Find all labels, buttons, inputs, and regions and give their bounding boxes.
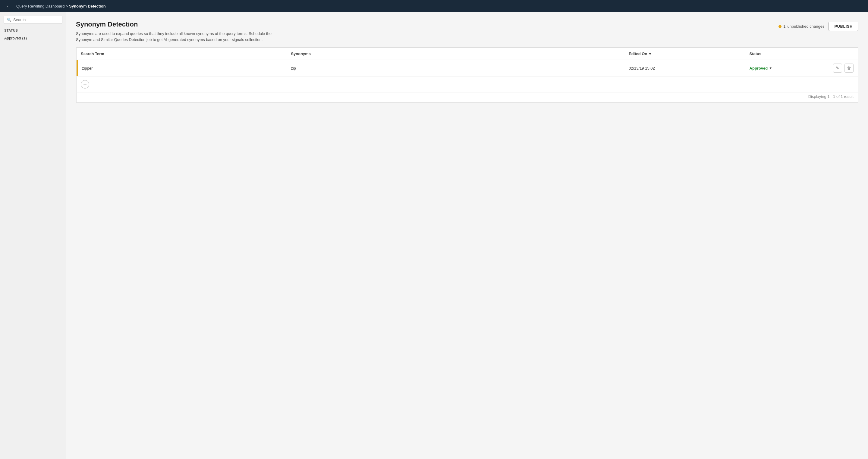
row-modified-indicator — [76, 60, 78, 76]
publish-button[interactable]: PUBLISH — [829, 22, 858, 31]
sidebar-item-approved[interactable]: Approved (1) — [0, 34, 66, 42]
header-actions: 1 unpublished changes PUBLISH — [778, 22, 858, 31]
back-button[interactable]: ← — [5, 2, 13, 10]
table-header: Search Term Synonyms Edited On ▼ — [76, 48, 858, 60]
page-header: Synonym Detection Synonyms are used to e… — [76, 21, 858, 42]
search-box[interactable]: 🔍 — [4, 16, 62, 24]
add-row-cell: + — [76, 76, 858, 93]
status-dropdown-icon[interactable]: ▼ — [769, 66, 772, 70]
cell-status: Approved ▼ — [745, 60, 829, 76]
unpublished-dot — [778, 25, 781, 28]
sidebar: 🔍 STATUS Approved (1) — [0, 12, 66, 459]
result-count: Displaying 1 - 1 of 1 result — [76, 93, 858, 103]
page-description: Synonyms are used to expand queries so t… — [76, 31, 287, 42]
status-value: Approved — [749, 66, 768, 70]
col-header-edited-on[interactable]: Edited On ▼ — [624, 48, 745, 60]
page-title: Synonym Detection — [76, 21, 287, 28]
add-row: + — [76, 76, 858, 93]
cell-search-term: zipper — [76, 60, 287, 76]
search-input[interactable] — [13, 18, 59, 22]
add-row-button[interactable]: + — [81, 80, 89, 89]
edit-button[interactable]: ✎ — [833, 64, 842, 73]
breadcrumb-current: Synonym Detection — [69, 4, 105, 8]
col-header-search-term: Search Term — [76, 48, 287, 60]
cell-edited-on: 02/13/19 15:02 — [624, 60, 745, 76]
cell-synonyms: zip — [287, 60, 624, 76]
result-count-row: Displaying 1 - 1 of 1 result — [76, 93, 858, 103]
synonyms-table: Search Term Synonyms Edited On ▼ — [76, 47, 858, 103]
sort-desc-icon: ▼ — [648, 52, 652, 56]
breadcrumb: Query Rewriting Dashboard > Synonym Dete… — [16, 4, 106, 8]
table-body: zipper zip 02/13/19 15:02 Approved ▼ ✎ 🗑… — [76, 60, 858, 103]
col-header-synonyms: Synonyms — [287, 48, 624, 60]
unpublished-label: unpublished changes — [787, 24, 825, 29]
main-content: Synonym Detection Synonyms are used to e… — [66, 12, 868, 459]
breadcrumb-parent[interactable]: Query Rewriting Dashboard — [16, 4, 64, 8]
table-container: Search Term Synonyms Edited On ▼ — [76, 47, 858, 103]
cell-actions: ✎ 🗑 — [829, 60, 858, 76]
col-header-status: Status — [745, 48, 829, 60]
topbar: ← Query Rewriting Dashboard > Synonym De… — [0, 0, 868, 12]
back-icon: ← — [6, 3, 11, 9]
app-layout: 🔍 STATUS Approved (1) Synonym Detection … — [0, 12, 868, 459]
delete-button[interactable]: 🗑 — [844, 64, 854, 73]
breadcrumb-separator: > — [64, 4, 69, 8]
status-section-label: STATUS — [0, 29, 66, 34]
unpublished-count: 1 — [783, 24, 785, 29]
sort-edited-on[interactable]: Edited On ▼ — [629, 52, 652, 56]
search-icon: 🔍 — [7, 18, 11, 22]
page-header-left: Synonym Detection Synonyms are used to e… — [76, 21, 287, 42]
table-row: zipper zip 02/13/19 15:02 Approved ▼ ✎ 🗑 — [76, 60, 858, 76]
col-header-actions — [829, 48, 858, 60]
unpublished-badge: 1 unpublished changes — [778, 24, 824, 29]
